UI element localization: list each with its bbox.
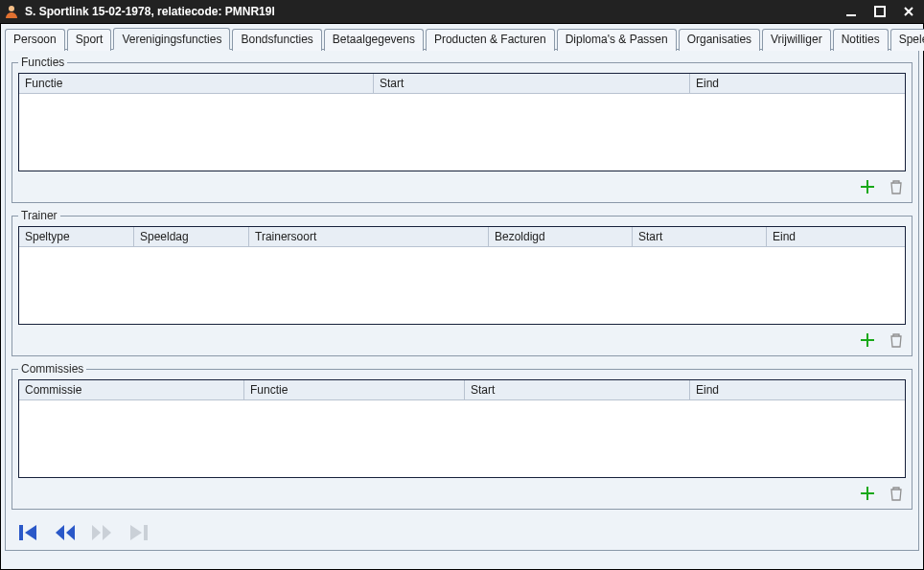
group-commissies-actions — [18, 478, 906, 503]
column-header[interactable]: Eind — [690, 380, 905, 399]
grid-trainer-header: SpeltypeSpeeldagTrainersoortBezoldigdSta… — [19, 227, 905, 247]
tab-vrijwilliger[interactable]: Vrijwilliger — [762, 29, 831, 51]
grid-functies[interactable]: FunctieStartEind — [18, 73, 906, 171]
nav-prev-button[interactable] — [52, 521, 79, 544]
person-icon — [4, 4, 19, 19]
tab-producten-facturen[interactable]: Producten & Facturen — [426, 29, 555, 51]
grid-trainer-body — [19, 247, 905, 324]
group-functies: Functies FunctieStartEind — [12, 56, 912, 203]
maximize-button[interactable] — [868, 3, 891, 20]
svg-point-0 — [9, 6, 14, 11]
tab-sport[interactable]: Sport — [67, 29, 112, 51]
tab-verenigingsfuncties[interactable]: Verenigingsfuncties — [113, 28, 230, 50]
grid-commissies-body — [19, 400, 905, 477]
svg-rect-3 — [19, 525, 23, 540]
titlebar: S. Sportlink 15-02-1978, relatiecode: PM… — [0, 0, 924, 23]
tab-notities[interactable]: Notities — [833, 29, 889, 51]
delete-commissie-button[interactable] — [887, 484, 906, 503]
tab-betaalgegevens[interactable]: Betaalgegevens — [324, 29, 424, 51]
add-commissie-button[interactable] — [858, 484, 877, 503]
column-header[interactable]: Functie — [19, 74, 374, 93]
tab-strip: PersoonSportVerenigingsfunctiesBondsfunc… — [5, 26, 919, 50]
grid-commissies-header: CommissieFunctieStartEind — [19, 380, 905, 400]
nav-first-button[interactable] — [15, 521, 42, 544]
tab-bondsfuncties[interactable]: Bondsfuncties — [232, 29, 321, 51]
close-button[interactable] — [897, 3, 920, 20]
column-header[interactable]: Eind — [690, 74, 905, 93]
svg-rect-1 — [846, 14, 856, 16]
add-trainer-button[interactable] — [858, 331, 877, 350]
column-header[interactable]: Functie — [244, 380, 465, 399]
column-header[interactable]: Speeldag — [134, 227, 249, 246]
grid-trainer[interactable]: SpeltypeSpeeldagTrainersoortBezoldigdSta… — [18, 226, 906, 325]
column-header[interactable]: Commissie — [19, 380, 244, 399]
group-trainer: Trainer SpeltypeSpeeldagTrainersoortBezo… — [12, 209, 912, 356]
window-title: S. Sportlink 15-02-1978, relatiecode: PM… — [25, 5, 834, 18]
group-functies-legend: Functies — [18, 56, 67, 69]
grid-functies-body — [19, 94, 905, 171]
client-area: PersoonSportVerenigingsfunctiesBondsfunc… — [0, 23, 924, 570]
app-window: S. Sportlink 15-02-1978, relatiecode: PM… — [0, 0, 924, 570]
add-functie-button[interactable] — [858, 177, 877, 196]
column-header[interactable]: Start — [465, 380, 690, 399]
delete-trainer-button[interactable] — [887, 331, 906, 350]
tab-spelerhistorie[interactable]: Spelerhistorie — [890, 29, 924, 51]
column-header[interactable]: Start — [633, 227, 767, 246]
minimize-button[interactable] — [840, 3, 863, 20]
column-header[interactable]: Start — [374, 74, 690, 93]
record-navigator — [12, 515, 912, 544]
group-trainer-legend: Trainer — [18, 209, 60, 222]
group-commissies-legend: Commissies — [18, 362, 86, 376]
group-commissies: Commissies CommissieFunctieStartEind — [12, 362, 912, 510]
group-trainer-actions — [18, 325, 906, 350]
delete-functie-button[interactable] — [887, 177, 906, 196]
column-header[interactable]: Trainersoort — [249, 227, 489, 246]
nav-next-button[interactable] — [88, 521, 115, 544]
svg-rect-2 — [875, 7, 885, 16]
column-header[interactable]: Eind — [767, 227, 905, 246]
column-header[interactable]: Speltype — [19, 227, 134, 246]
svg-rect-4 — [144, 525, 148, 540]
tab-persoon[interactable]: Persoon — [5, 29, 65, 51]
tab-panel-verenigingsfuncties: Functies FunctieStartEind Trainer — [5, 49, 919, 551]
tab-organisaties[interactable]: Organisaties — [679, 29, 760, 51]
grid-commissies[interactable]: CommissieFunctieStartEind — [18, 379, 906, 478]
grid-functies-header: FunctieStartEind — [19, 74, 905, 94]
group-functies-actions — [18, 171, 906, 196]
tab-diploma-s-passen[interactable]: Diploma's & Passen — [557, 29, 677, 51]
column-header[interactable]: Bezoldigd — [489, 227, 633, 246]
nav-last-button[interactable] — [125, 521, 151, 544]
